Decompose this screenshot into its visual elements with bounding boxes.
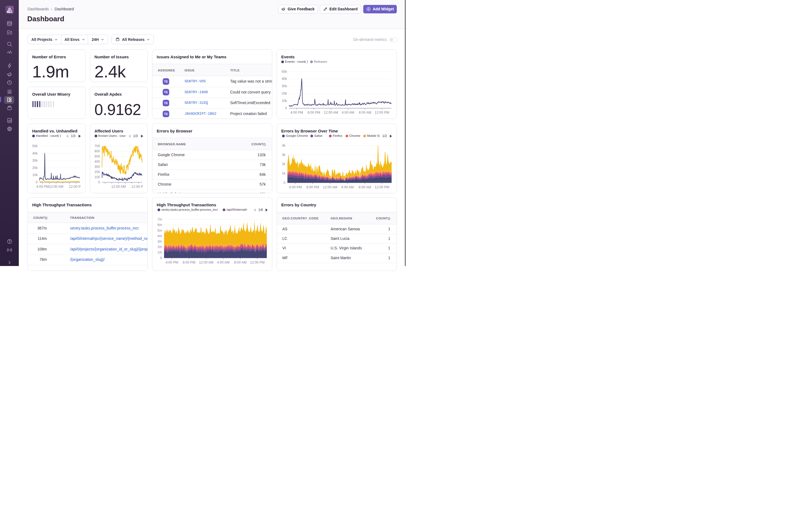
svg-text:30k: 30k bbox=[32, 158, 38, 163]
svg-text:5m: 5m bbox=[157, 229, 162, 232]
svg-text:100: 100 bbox=[94, 175, 100, 179]
svg-text:12:00 AM: 12:00 AM bbox=[49, 185, 63, 188]
svg-text:4m: 4m bbox=[157, 234, 162, 238]
svg-text:8:00 PM: 8:00 PM bbox=[183, 261, 195, 264]
svg-text:10k: 10k bbox=[282, 99, 287, 103]
svg-text:2k: 2k bbox=[282, 162, 286, 166]
svg-text:6m: 6m bbox=[157, 223, 162, 227]
svg-text:700: 700 bbox=[94, 144, 100, 148]
svg-text:4:00 AM: 4:00 AM bbox=[341, 185, 354, 189]
svg-text:1m: 1m bbox=[157, 250, 162, 254]
svg-text:50k: 50k bbox=[32, 144, 38, 148]
svg-text:0: 0 bbox=[160, 256, 162, 260]
svg-text:8:00 PM: 8:00 PM bbox=[306, 185, 319, 189]
svg-text:4:00 PM: 4:00 PM bbox=[289, 185, 302, 189]
svg-text:600: 600 bbox=[94, 149, 100, 153]
svg-text:0: 0 bbox=[284, 181, 286, 185]
svg-text:400: 400 bbox=[94, 160, 100, 164]
svg-text:12:00 PM: 12:00 PM bbox=[375, 111, 389, 115]
svg-text:30k: 30k bbox=[282, 84, 287, 88]
svg-text:500: 500 bbox=[94, 154, 100, 158]
svg-text:4:00 PM: 4:00 PM bbox=[291, 111, 303, 115]
svg-text:12:00 PM: 12:00 PM bbox=[375, 185, 389, 189]
svg-text:12:00 P: 12:00 P bbox=[69, 185, 81, 188]
svg-text:1k: 1k bbox=[282, 171, 286, 175]
svg-text:2m: 2m bbox=[157, 245, 162, 249]
svg-text:20k: 20k bbox=[32, 166, 38, 170]
svg-text:3k: 3k bbox=[282, 153, 286, 157]
svg-text:50k: 50k bbox=[282, 70, 287, 74]
svg-text:0: 0 bbox=[98, 180, 100, 184]
svg-text:12:00 PM: 12:00 PM bbox=[250, 261, 265, 264]
svg-text:20k: 20k bbox=[282, 92, 287, 95]
svg-text:300: 300 bbox=[94, 165, 100, 169]
svg-text:10k: 10k bbox=[32, 173, 38, 177]
svg-text:7m: 7m bbox=[157, 217, 162, 221]
svg-text:0: 0 bbox=[285, 106, 287, 110]
svg-text:8:00 AM: 8:00 AM bbox=[358, 185, 371, 189]
svg-text:40k: 40k bbox=[282, 77, 287, 81]
svg-text:12:00 AM: 12:00 AM bbox=[324, 111, 338, 115]
svg-text:4:00 AM: 4:00 AM bbox=[217, 261, 229, 264]
svg-text:8:00 AM: 8:00 AM bbox=[234, 261, 247, 264]
svg-text:4:00 PM: 4:00 PM bbox=[165, 261, 178, 264]
svg-text:8:00 PM: 8:00 PM bbox=[307, 111, 320, 115]
svg-text:4:00 AM: 4:00 AM bbox=[342, 111, 354, 115]
svg-text:40k: 40k bbox=[32, 152, 38, 155]
svg-text:12:00 P: 12:00 P bbox=[131, 185, 143, 188]
svg-text:4k: 4k bbox=[282, 143, 286, 148]
svg-text:200: 200 bbox=[94, 170, 100, 174]
svg-text:3m: 3m bbox=[157, 240, 162, 243]
svg-text:12:00 AM: 12:00 AM bbox=[199, 261, 213, 264]
svg-text:4:00 PM: 4:00 PM bbox=[36, 185, 49, 188]
svg-text:12:00 AM: 12:00 AM bbox=[111, 185, 126, 188]
svg-text:12:00 AM: 12:00 AM bbox=[323, 185, 337, 189]
svg-text:8:00 AM: 8:00 AM bbox=[359, 111, 371, 115]
svg-text:0: 0 bbox=[36, 180, 37, 184]
